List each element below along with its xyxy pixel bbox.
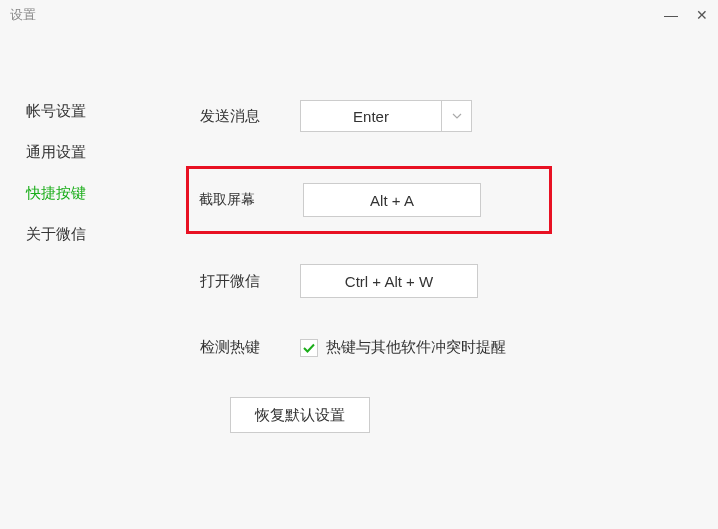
- row-screenshot-highlighted: 截取屏幕 Alt + A: [186, 166, 552, 234]
- open-wechat-label: 打开微信: [200, 272, 300, 291]
- detect-hotkey-checkbox-wrap: 热键与其他软件冲突时提醒: [300, 338, 506, 357]
- close-icon[interactable]: ✕: [696, 8, 708, 22]
- main-panel: 发送消息 Enter 截取屏幕 Alt + A 打开微信 Ctrl + Alt …: [120, 100, 718, 433]
- sidebar: 帐号设置 通用设置 快捷按键 关于微信: [0, 100, 120, 433]
- row-detect-hotkey: 检测热键 热键与其他软件冲突时提醒: [200, 338, 718, 357]
- check-icon: [303, 343, 315, 353]
- send-message-value: Enter: [300, 100, 442, 132]
- detect-hotkey-label: 检测热键: [200, 338, 300, 357]
- sidebar-item-about[interactable]: 关于微信: [26, 223, 120, 244]
- screenshot-label: 截取屏幕: [199, 191, 303, 209]
- sidebar-item-general[interactable]: 通用设置: [26, 141, 120, 162]
- detect-hotkey-checkbox-text: 热键与其他软件冲突时提醒: [326, 338, 506, 357]
- sidebar-item-hotkeys[interactable]: 快捷按键: [26, 182, 120, 203]
- chevron-down-icon[interactable]: [442, 100, 472, 132]
- titlebar: 设置 — ✕: [0, 0, 718, 30]
- row-open-wechat: 打开微信 Ctrl + Alt + W: [200, 264, 718, 298]
- detect-hotkey-checkbox[interactable]: [300, 339, 318, 357]
- screenshot-hotkey-input[interactable]: Alt + A: [303, 183, 481, 217]
- sidebar-item-account[interactable]: 帐号设置: [26, 100, 120, 121]
- restore-default-button[interactable]: 恢复默认设置: [230, 397, 370, 433]
- window-title: 设置: [10, 6, 36, 24]
- send-message-combo[interactable]: Enter: [300, 100, 472, 132]
- open-wechat-hotkey-input[interactable]: Ctrl + Alt + W: [300, 264, 478, 298]
- minimize-icon[interactable]: —: [664, 8, 678, 22]
- content: 帐号设置 通用设置 快捷按键 关于微信 发送消息 Enter 截取屏幕 Alt …: [0, 30, 718, 433]
- row-send-message: 发送消息 Enter: [200, 100, 718, 132]
- window-controls: — ✕: [664, 8, 708, 22]
- send-message-label: 发送消息: [200, 107, 300, 126]
